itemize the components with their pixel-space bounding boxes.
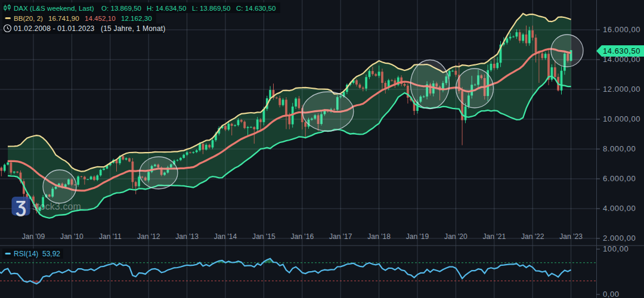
svg-text:Ʒ: Ʒ [16, 197, 26, 216]
svg-text:2.000,00: 2.000,00 [603, 234, 636, 243]
svg-text:Jan '17: Jan '17 [329, 232, 352, 241]
svg-text:BB(20, 2): BB(20, 2) [14, 14, 43, 22]
svg-text:Jan '13: Jan '13 [175, 232, 199, 241]
svg-text:Jan '14: Jan '14 [214, 232, 237, 241]
svg-text:6.000,00: 6.000,00 [603, 174, 636, 183]
svg-text:O: 13.869,50: O: 13.869,50 [101, 4, 141, 12]
svg-text:Jan '18: Jan '18 [367, 232, 391, 241]
svg-text:Jan '20: Jan '20 [444, 232, 467, 241]
svg-text:Jan '12: Jan '12 [137, 232, 160, 241]
svg-text:14.452,10: 14.452,10 [85, 14, 116, 22]
svg-text:100,00: 100,00 [603, 244, 628, 253]
svg-text:RSI(14) 53,92: RSI(14) 53,92 [14, 250, 60, 258]
svg-text:Jan '09: Jan '09 [22, 232, 45, 241]
svg-text:8.000,00: 8.000,00 [603, 144, 636, 153]
svg-text:DAX (L&S weekend, Last): DAX (L&S weekend, Last) [14, 4, 94, 12]
svg-text:14.630,50: 14.630,50 [603, 46, 640, 55]
svg-text:Jan '22: Jan '22 [521, 232, 544, 241]
svg-text:0,00: 0,00 [603, 290, 620, 298]
svg-text:12.000,00: 12.000,00 [603, 85, 640, 94]
svg-text:Jan '23: Jan '23 [559, 232, 583, 241]
svg-text:Jan '21: Jan '21 [482, 232, 506, 241]
svg-text:H: 14.634,50: H: 14.634,50 [147, 4, 186, 12]
svg-text:L: 13.869,50: L: 13.869,50 [192, 4, 230, 12]
svg-text:stock3.com: stock3.com [32, 201, 81, 212]
svg-text:Jan '11: Jan '11 [99, 232, 122, 241]
svg-text:16.000,00: 16.000,00 [603, 25, 640, 34]
svg-text:Jan '19: Jan '19 [406, 232, 429, 241]
svg-text:Jan '16: Jan '16 [290, 232, 314, 241]
svg-text:01.02.2008 - 01.01.2023 (15: 01.02.2008 - 01.01.2023 (15 Jahre, 1 Mon… [14, 24, 166, 33]
svg-text:4.000,00: 4.000,00 [603, 204, 636, 213]
svg-text:10.000,00: 10.000,00 [603, 114, 640, 123]
svg-text:12.162,30: 12.162,30 [121, 14, 152, 22]
svg-text:Jan '10: Jan '10 [60, 232, 83, 241]
svg-text:Jan '15: Jan '15 [252, 232, 275, 241]
svg-text:C: 14.630,50: C: 14.630,50 [236, 4, 275, 12]
svg-text:16.741,90: 16.741,90 [48, 14, 79, 22]
